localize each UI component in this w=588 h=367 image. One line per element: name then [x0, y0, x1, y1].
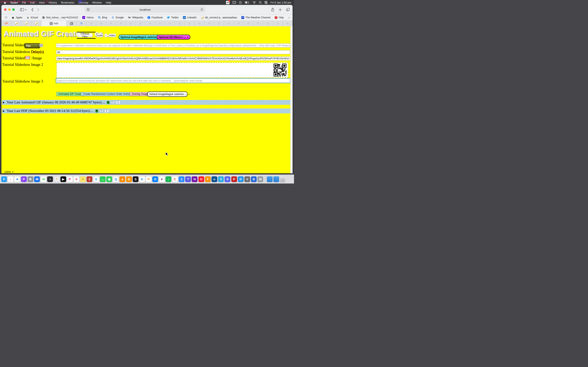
slash-button[interactable]: /: [104, 34, 107, 37]
dock-quicktime[interactable]: Q: [113, 176, 119, 182]
tab-empty[interactable]: ☆: [224, 21, 234, 26]
tab-overview-icon[interactable]: [286, 8, 290, 11]
tab-active[interactable]: Lhuh: [42, 21, 67, 26]
tab-empty[interactable]: ☆: [204, 21, 214, 26]
default-imagemagick-select[interactable]: Default ImageMagick switches ...▲▼: [147, 92, 187, 97]
disclosure-triangle-icon[interactable]: ▶: [3, 110, 4, 112]
email-big-icon[interactable]: E: [116, 100, 120, 104]
last-pdf-bar[interactable]: ▶ Your Last PDF (November 03 2021 06:14:…: [2, 108, 291, 113]
tab[interactable]: G: [77, 21, 86, 26]
dock-opera[interactable]: O: [199, 176, 204, 182]
dock-calendar[interactable]: 9: [73, 176, 79, 182]
favorite-yahoo[interactable]: y!Yahoo: [82, 16, 94, 19]
gd-filters-select[interactable]: Optional GD filters++ ...▲▼: [157, 35, 190, 40]
tab-empty[interactable]: ☆: [234, 21, 243, 26]
tab[interactable]: [21, 21, 31, 26]
dock-zoom[interactable]: Z: [179, 176, 184, 182]
control-center-icon[interactable]: [265, 1, 268, 4]
dock-onenote[interactable]: N: [192, 176, 198, 182]
image-data-input[interactable]: [56, 57, 290, 60]
page-scrollbar[interactable]: [290, 26, 293, 173]
tab-empty[interactable]: ☆: [106, 21, 116, 26]
dock-trash[interactable]: [280, 176, 285, 182]
favorite-linkedin[interactable]: inLinkedIn: [183, 16, 197, 19]
dock-finder[interactable]: F: [1, 176, 7, 182]
zoom-window-button[interactable]: [12, 8, 15, 11]
dock-edge[interactable]: e: [212, 176, 217, 182]
html-button[interactable]: HTML: [25, 56, 30, 59]
forward-button[interactable]: [37, 8, 39, 11]
color-swatch[interactable]: [39, 44, 43, 47]
favorites-overflow-chevrons[interactable]: »: [288, 16, 291, 19]
sidebar-icon[interactable]: [20, 8, 24, 11]
mobile-icon[interactable]: [95, 109, 98, 113]
favorite-wikipedia[interactable]: WWikipedia: [128, 16, 143, 19]
tab[interactable]: [11, 21, 21, 26]
new-tab-icon[interactable]: [279, 8, 282, 11]
dock-vm[interactable]: V: [244, 176, 250, 182]
tab-empty[interactable]: ☆: [175, 21, 185, 26]
dock-pages[interactable]: P: [146, 176, 151, 182]
favorite-apple-gray[interactable]: iCloud: [26, 16, 38, 19]
video-button[interactable]: Video: [109, 34, 116, 37]
audio-button[interactable]: Audio: [96, 34, 103, 37]
tab-empty[interactable]: ☆: [145, 21, 155, 26]
dock-discord[interactable]: D: [225, 176, 230, 182]
favorite-twitter[interactable]: Twitter: [167, 16, 179, 19]
tab-empty[interactable]: ☆: [243, 21, 253, 26]
battery-icon[interactable]: [245, 1, 250, 4]
title-select[interactable]: Title▲▼: [25, 43, 40, 48]
dock-parallels[interactable]: P: [231, 176, 237, 182]
share-icon[interactable]: [271, 8, 274, 11]
mobile-icon[interactable]: [107, 101, 110, 104]
minimize-window-button[interactable]: [8, 8, 11, 11]
wifi-icon[interactable]: [252, 1, 256, 4]
tab-empty[interactable]: ☆: [136, 21, 145, 26]
tab-empty[interactable]: ☆: [86, 21, 96, 26]
tab-empty[interactable]: ☆: [253, 21, 263, 26]
dock-spotify[interactable]: ♪: [165, 176, 171, 182]
tab[interactable]: cP: [1, 21, 11, 26]
dock-stocks[interactable]: S: [133, 176, 138, 182]
tab-empty[interactable]: ☆: [96, 21, 106, 26]
tab-empty[interactable]: ☆: [214, 21, 224, 26]
tab-empty[interactable]: ☆: [185, 21, 194, 26]
dock-slack[interactable]: #: [159, 176, 165, 182]
tab-empty[interactable]: ☆: [116, 21, 126, 26]
dock-numbers[interactable]: N: [41, 176, 46, 182]
dock-settings[interactable]: ⚙: [27, 176, 33, 182]
dock-podcasts[interactable]: P: [21, 176, 27, 182]
tab-empty[interactable]: ☆: [263, 21, 273, 26]
tab[interactable]: [31, 21, 42, 26]
dock-facetime[interactable]: ◉: [106, 176, 112, 182]
favorite-bing[interactable]: Bing: [98, 16, 107, 19]
dock-firefox[interactable]: F: [205, 176, 211, 182]
dock-app-store[interactable]: A: [14, 176, 20, 182]
dock-filezilla[interactable]: Z: [86, 176, 92, 182]
dock-keynote[interactable]: K: [139, 176, 145, 182]
dock-music[interactable]: ♪: [8, 176, 13, 182]
disclosure-triangle-icon[interactable]: ▶: [3, 101, 4, 104]
email-small-icon[interactable]: E: [111, 101, 114, 104]
menu-window[interactable]: Window: [90, 1, 104, 4]
delay-input[interactable]: [56, 50, 290, 54]
image2-dropzone[interactable]: [56, 62, 288, 78]
dock-photos[interactable]: P: [67, 176, 73, 182]
dock-dropbox[interactable]: D: [152, 176, 158, 182]
image3-comment-input[interactable]: [56, 78, 290, 83]
favorite-yelp[interactable]: *Yelp: [275, 16, 284, 19]
favorite-apple[interactable]: Apple: [12, 16, 22, 19]
choose-files-button[interactable]: Choose Files: [77, 33, 93, 37]
tab-empty[interactable]: ☆: [155, 21, 165, 26]
chevron-down-icon[interactable]: [25, 9, 27, 10]
dock-vscode[interactable]: V: [218, 176, 224, 182]
tab-empty[interactable]: ☆: [126, 21, 136, 26]
dock-terminal[interactable]: >: [47, 176, 53, 182]
tab-empty[interactable]: ☆: [195, 21, 204, 26]
favorites-grid-icon[interactable]: [5, 16, 7, 18]
dock-books[interactable]: B: [126, 176, 132, 182]
tab-empty[interactable]: ☆: [283, 21, 293, 26]
dock-folder-documents[interactable]: [273, 176, 279, 182]
menu-extra-app-icon[interactable]: m: [226, 1, 229, 4]
dock-tv[interactable]: ▶: [61, 176, 66, 182]
